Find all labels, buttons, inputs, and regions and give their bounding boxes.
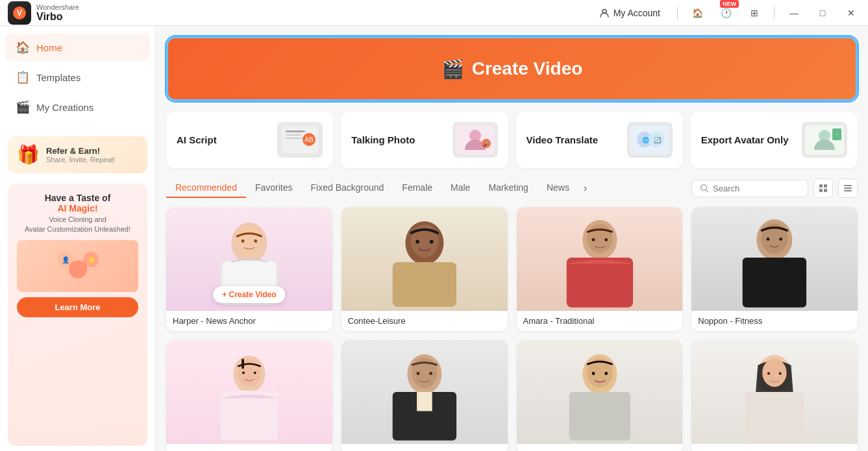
sidebar-creations-label: My Creations	[36, 102, 93, 113]
svg-rect-28	[819, 184, 823, 188]
title-bar-right: My Account 🏠 🕐 NEW ⊞ — □ ✕	[593, 4, 860, 22]
svg-point-60	[242, 372, 245, 374]
svg-rect-74	[745, 392, 804, 441]
feature-card-ai-script[interactable]: AI Script AB	[166, 112, 333, 168]
svg-rect-11	[286, 138, 304, 139]
tab-female[interactable]: Female	[393, 178, 441, 198]
avatar-card-noppon[interactable]: Noppon - Fitness	[691, 207, 858, 331]
svg-text:🎤: 🎤	[483, 141, 490, 147]
svg-rect-31	[824, 189, 827, 192]
video-translate-img: 🌐 🔄	[627, 122, 673, 158]
svg-rect-52	[743, 258, 806, 308]
feature-card-export-avatar[interactable]: Export Avatar Only ↑	[691, 112, 858, 168]
tab-news[interactable]: News	[538, 178, 578, 198]
avatar6-img	[341, 340, 508, 444]
create-video-overlay-harper[interactable]: + Create Video	[213, 286, 285, 303]
svg-rect-59	[242, 359, 244, 369]
search-input[interactable]	[713, 184, 791, 193]
avatar5-img	[166, 340, 332, 444]
sidebar-item-templates[interactable]: 📋 Templates	[5, 64, 150, 91]
refer-subtitle: Share, Invite, Repeat!	[46, 156, 115, 164]
tabs-more-button[interactable]: ›	[578, 178, 592, 198]
amara-name: Amara - Traditional	[517, 311, 683, 331]
svg-rect-47	[566, 258, 632, 308]
tab-male[interactable]: Male	[441, 178, 479, 198]
feature-card-video-translate[interactable]: Video Translate 🌐 🔄	[516, 112, 683, 168]
sidebar-nav: 🏠 Home 📋 Templates 🎬 My Creations	[0, 26, 155, 131]
sidebar-item-my-creations[interactable]: 🎬 My Creations	[5, 93, 150, 121]
search-section	[691, 178, 858, 198]
avatar-card-harper[interactable]: + Create Video Harper - News Anchor	[166, 207, 332, 331]
svg-point-72	[604, 372, 608, 375]
create-video-label: Create Video	[472, 58, 583, 79]
refer-earn-promo[interactable]: 🎁 Refer & Earn! Share, Invite, Repeat!	[8, 136, 147, 173]
svg-rect-34	[844, 190, 852, 191]
avatar7-name	[517, 444, 683, 451]
svg-rect-10	[286, 134, 301, 136]
title-bar: V Wondershare Virbo My Account 🏠 🕐 NEW ⊞…	[0, 0, 868, 26]
close-button[interactable]: ✕	[842, 4, 860, 22]
my-account-button[interactable]: My Account	[593, 5, 667, 21]
avatar7-img	[517, 340, 683, 444]
tab-favorites[interactable]: Favorites	[246, 178, 302, 198]
tab-recommended[interactable]: Recommended	[166, 178, 246, 198]
export-avatar-label: Export Avatar Only	[701, 134, 789, 145]
minimize-button[interactable]: —	[785, 4, 803, 22]
sidebar-item-home[interactable]: 🏠 Home	[5, 34, 150, 61]
avatar-card-7[interactable]	[517, 340, 683, 451]
svg-text:⭐: ⭐	[88, 256, 96, 264]
app-body: 🏠 Home 📋 Templates 🎬 My Creations 🎁 Refe…	[0, 26, 868, 451]
svg-point-49	[591, 238, 595, 241]
noppon-figure	[691, 207, 858, 311]
svg-text:🌐: 🌐	[642, 136, 650, 144]
create-video-banner[interactable]: 🎬 Create Video	[166, 36, 858, 101]
logo-brand: Wondershare	[36, 3, 79, 11]
svg-text:🔄: 🔄	[654, 136, 662, 144]
svg-point-71	[591, 372, 595, 375]
sidebar-home-label: Home	[36, 42, 62, 53]
svg-text:👤: 👤	[62, 256, 70, 264]
avatar6-name	[341, 444, 508, 451]
grid-view-button[interactable]	[813, 178, 833, 198]
amara-img	[517, 207, 683, 311]
svg-point-50	[604, 238, 608, 241]
sidebar-templates-label: Templates	[36, 72, 81, 83]
avatar-card-amara[interactable]: Amara - Traditional	[517, 207, 683, 331]
logo-text: Wondershare Virbo	[36, 3, 79, 23]
avatar-card-6[interactable]	[341, 340, 508, 451]
maximize-button[interactable]: □	[813, 4, 832, 22]
tab-fixed-background[interactable]: Fixed Background	[302, 178, 393, 198]
svg-rect-69	[569, 392, 630, 441]
home-nav-button[interactable]: 🏠	[688, 4, 706, 22]
search-box	[691, 180, 808, 197]
contee-figure	[341, 207, 508, 311]
divider2	[774, 6, 775, 19]
video-translate-label: Video Translate	[527, 134, 599, 145]
svg-point-44	[415, 239, 419, 243]
svg-rect-33	[844, 188, 852, 189]
list-view-button[interactable]	[838, 178, 858, 198]
harper-name: Harper - News Anchor	[166, 311, 332, 331]
grid-button[interactable]: ⊞	[745, 4, 763, 22]
avatar-card-5[interactable]	[166, 340, 332, 451]
create-video-icon: 🎬	[441, 58, 464, 80]
svg-point-55	[780, 238, 783, 241]
noppon-img	[691, 207, 858, 311]
svg-point-58	[238, 359, 260, 387]
ai-promo-highlight: AI Magic!	[57, 203, 97, 213]
avatar-grid: + Create Video Harper - News Anchor	[166, 207, 858, 451]
svg-rect-42	[392, 262, 456, 307]
my-account-label: My Account	[614, 8, 660, 18]
tab-marketing[interactable]: Marketing	[479, 178, 537, 198]
svg-point-39	[242, 239, 245, 243]
talking-photo-label: Talking Photo	[351, 134, 415, 145]
avatar-card-8[interactable]	[691, 340, 858, 451]
learn-more-button[interactable]: Learn More	[17, 297, 138, 317]
templates-icon: 📋	[16, 70, 30, 84]
feature-card-talking-photo[interactable]: Talking Photo 🎤	[341, 112, 508, 168]
creations-icon: 🎬	[16, 100, 30, 114]
avatar-card-contee[interactable]: Contee-Leisure	[341, 207, 508, 331]
sidebar: 🏠 Home 📋 Templates 🎬 My Creations 🎁 Refe…	[0, 26, 156, 451]
new-badge: NEW	[720, 0, 739, 8]
talking-photo-img: 🎤	[453, 122, 498, 158]
